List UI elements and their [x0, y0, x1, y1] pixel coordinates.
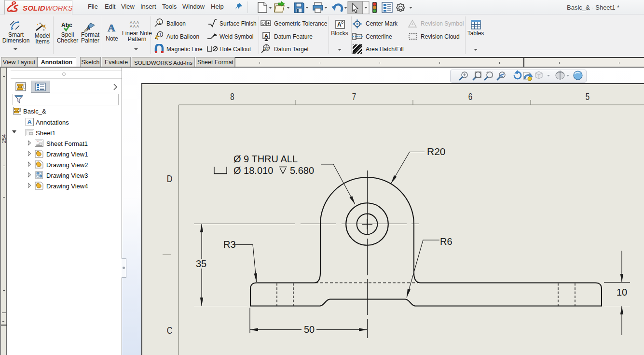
svg-text:Ø 9 THRU ALL: Ø 9 THRU ALL	[233, 154, 298, 164]
svg-text:5.680: 5.680	[290, 165, 314, 176]
svg-text:C: C	[167, 326, 173, 336]
svg-text:10: 10	[617, 287, 627, 298]
svg-text:R20: R20	[427, 146, 446, 157]
svg-text:7: 7	[352, 91, 356, 102]
svg-text:8: 8	[230, 91, 234, 102]
svg-text:35: 35	[196, 258, 206, 269]
svg-text:5: 5	[586, 91, 589, 102]
svg-text:D: D	[167, 173, 173, 184]
svg-text:Ø 18.010: Ø 18.010	[233, 165, 273, 176]
svg-text:R6: R6	[440, 236, 452, 247]
svg-text:50: 50	[304, 324, 315, 335]
svg-text:R3: R3	[223, 239, 236, 250]
svg-text:6: 6	[468, 91, 472, 102]
